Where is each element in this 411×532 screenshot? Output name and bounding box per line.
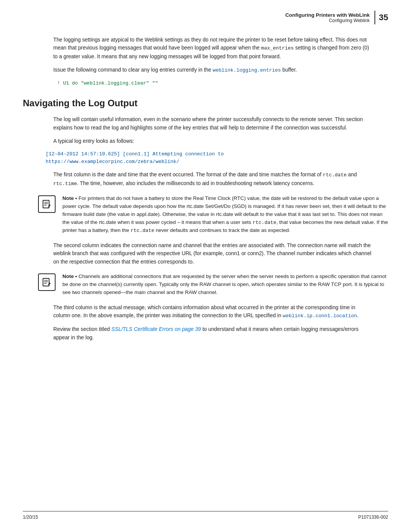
intro-paragraph: The logging settings are atypical to the… — [53, 36, 373, 61]
note-icon-2 — [38, 273, 56, 291]
note-1-body3: never defaults and continues to track th… — [155, 227, 290, 233]
max-entries-code: max_entries — [261, 45, 294, 51]
buffer-text: buffer. — [281, 67, 297, 73]
page: Configuring Printers with WebLink Config… — [0, 0, 411, 532]
rtc-date-1: rtc.date — [323, 172, 346, 178]
third-col-para: The third column is the actual message, … — [53, 304, 373, 320]
page-footer: 1/20/15 P1071336-002 — [23, 511, 388, 520]
header-subtitle: Configuring Weblink — [285, 18, 370, 23]
note-2-body: Channels are additional connections that… — [62, 273, 386, 295]
header-title: Configuring Printers with WebLink — [285, 12, 370, 18]
note-pencil-icon-2 — [41, 277, 52, 288]
note-1-rtc-date-1: rtc.date — [253, 220, 276, 225]
ssl-link[interactable]: SSL/TLS Certificate Errors on page 39 — [112, 326, 201, 332]
note-pencil-icon-1 — [41, 199, 52, 209]
third-col-text2: . — [357, 313, 358, 318]
footer-date: 1/20/15 — [23, 514, 38, 520]
review-text1: Review the section titled — [53, 326, 112, 332]
typical-entry-label: A typical log entry looks as follows: — [53, 137, 373, 145]
note-icon-1 — [38, 195, 56, 213]
note-block-2: Note • Channels are additional connectio… — [38, 273, 388, 297]
first-col-text2: . The time, however, also includes the m… — [77, 181, 314, 186]
note-2-label: Note • — [62, 273, 78, 279]
first-col-text1: The first column is the date and time th… — [53, 172, 323, 177]
issue-paragraph: Issue the following command to clear any… — [53, 66, 373, 74]
header-right: Configuring Printers with WebLink Config… — [285, 11, 388, 24]
and-text: and — [347, 172, 357, 177]
section-para1: The log will contain useful information,… — [53, 115, 373, 132]
note-1-rtc-date-2: rtc.date — [131, 228, 154, 233]
weblink-logging-entries: weblink.logging.entries — [213, 67, 281, 73]
main-content: The logging settings are atypical to the… — [0, 28, 411, 370]
page-header: Configuring Printers with WebLink Config… — [0, 0, 411, 28]
note-1-label: Note • — [62, 195, 78, 201]
header-divider — [374, 11, 375, 24]
issue-text: Issue the following command to clear any… — [53, 67, 213, 73]
log-entry-line2: https://www.examplecorpinc.com/zebra/web… — [46, 158, 388, 166]
header-page-number: 35 — [379, 13, 388, 22]
first-col-para: The first column is the date and time th… — [53, 171, 373, 187]
note-1-text: Note • For printers that do not have a b… — [62, 195, 388, 235]
weblink-ip-conn1: weblink.ip.conn1.location — [283, 313, 357, 319]
section-heading: Navigating the Log Output — [23, 98, 388, 109]
rtc-time: rtc.time — [53, 181, 77, 187]
note-2-text: Note • Channels are additional connectio… — [62, 273, 388, 297]
footer-doc-num: P1071336-002 — [358, 514, 388, 520]
review-para: Review the section titled SSL/TLS Certif… — [53, 325, 373, 342]
header-title-block: Configuring Printers with WebLink Config… — [285, 12, 370, 23]
second-col-para: The second column indicates the connecti… — [53, 241, 373, 266]
log-entry-block: [12-04-2012 14:57:10.625] [conn1.1] Atte… — [46, 150, 388, 165]
clear-command: ! U1 do "weblink.logging.clear" "" — [57, 80, 388, 87]
log-entry-line1: [12-04-2012 14:57:10.625] [conn1.1] Atte… — [46, 150, 388, 158]
note-block-1: Note • For printers that do not have a b… — [38, 195, 388, 235]
